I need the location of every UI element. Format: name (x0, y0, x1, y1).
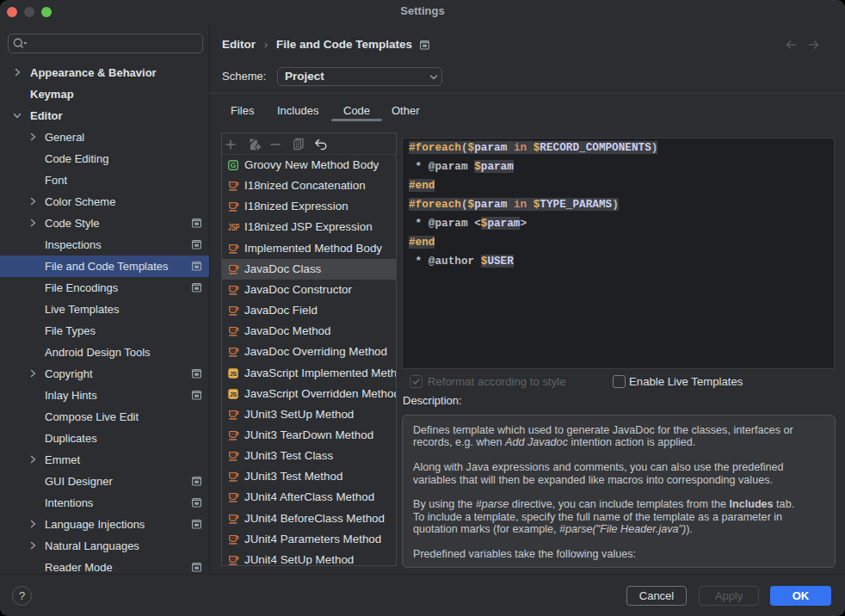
svg-text:G: G (231, 161, 237, 169)
svg-text:JS: JS (230, 391, 237, 397)
svg-text:JS: JS (230, 371, 237, 377)
